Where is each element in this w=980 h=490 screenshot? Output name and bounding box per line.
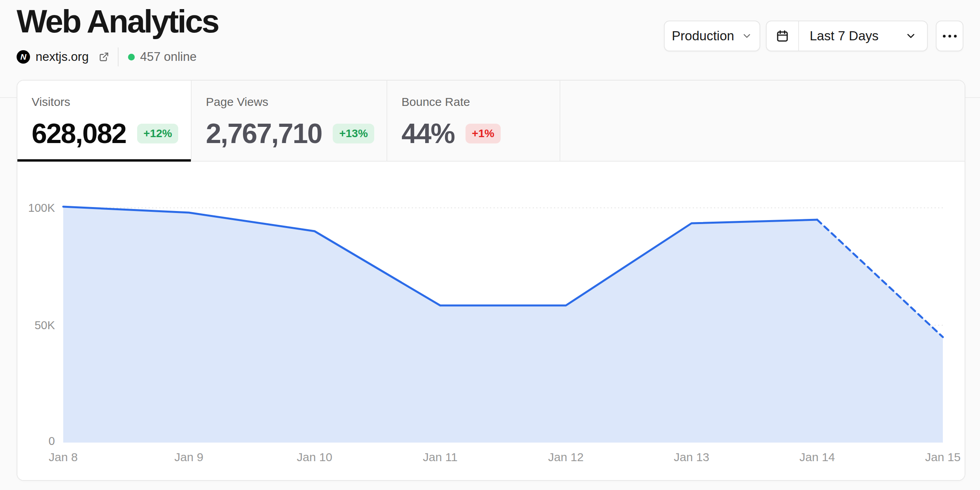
stat-value: 2,767,710 [206,119,322,149]
environment-select[interactable]: Production [664,21,760,51]
x-axis-tick: Jan 11 [423,450,458,464]
project-row: N nextjs.org 457 online [17,47,196,67]
stat-delta-badge: +12% [137,124,178,143]
visitors-chart-svg: 050K100KJan 8Jan 9Jan 10Jan 11Jan 12Jan … [17,162,965,480]
tab-row-filler [560,81,965,161]
project-link[interactable]: N nextjs.org [17,50,109,64]
stat-label: Bounce Rate [401,95,560,109]
y-axis-tick: 50K [34,319,55,332]
visitors-chart[interactable]: 050K100KJan 8Jan 9Jan 10Jan 11Jan 12Jan … [17,162,965,480]
date-range-select[interactable]: Last 7 Days [766,21,928,51]
stat-value: 628,082 [32,119,126,149]
environment-label: Production [672,28,734,43]
tab-bounce-rate[interactable]: Bounce Rate 44% +1% [387,81,560,161]
ellipsis-icon [943,35,957,38]
y-axis-tick: 0 [49,435,55,447]
stats-tab-row: Visitors 628,082 +12% Page Views 2,767,7… [17,81,965,162]
tab-page-views[interactable]: Page Views 2,767,710 +13% [192,81,387,161]
more-options-button[interactable] [936,21,963,51]
chevron-down-icon [905,30,917,42]
chevron-down-icon [741,30,752,41]
tab-visitors[interactable]: Visitors 628,082 +12% [17,81,192,161]
stat-delta-badge: +1% [466,124,501,143]
y-axis-tick: 100K [28,202,55,214]
nextjs-logo-icon: N [17,50,30,64]
calendar-icon [767,21,798,51]
stat-value: 44% [401,119,454,149]
stat-label: Visitors [32,95,191,109]
online-dot-icon [128,54,135,60]
x-axis-tick: Jan 12 [548,450,584,464]
online-counter: 457 online [128,50,196,64]
x-axis-tick: Jan 15 [925,450,961,464]
stat-delta-badge: +13% [333,124,374,143]
x-axis-tick: Jan 13 [674,450,709,464]
online-label: 457 online [140,50,196,64]
x-axis-tick: Jan 14 [799,450,835,464]
page-title: Web Analytics [17,2,218,41]
x-axis-tick: Jan 9 [174,450,203,464]
external-link-icon [98,52,109,62]
project-domain: nextjs.org [36,50,89,64]
chart-area-fill [63,207,943,443]
stat-label: Page Views [206,95,386,109]
header-divider [118,47,119,66]
analytics-card: Visitors 628,082 +12% Page Views 2,767,7… [17,80,965,481]
x-axis-tick: Jan 8 [49,450,77,464]
x-axis-tick: Jan 10 [297,450,332,464]
date-range-label: Last 7 Days [799,28,878,43]
